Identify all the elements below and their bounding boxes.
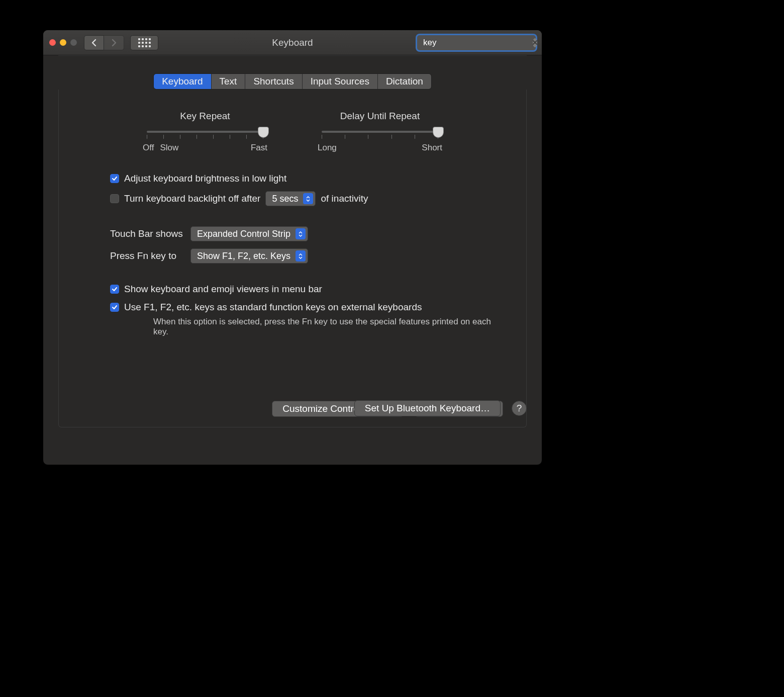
- select-arrows-icon: [303, 193, 313, 204]
- x-icon: [533, 40, 537, 45]
- tab-keyboard[interactable]: Keyboard: [154, 74, 211, 89]
- tab-shortcuts[interactable]: Shortcuts: [245, 74, 302, 89]
- window-bottom-buttons: Set Up Bluetooth Keyboard… ?: [354, 400, 527, 416]
- function-keys-label: Use F1, F2, etc. keys as standard functi…: [124, 302, 422, 313]
- backlight-off-label-post: of inactivity: [321, 193, 368, 204]
- zoom-window-button[interactable]: [70, 39, 77, 46]
- slider-ticks: [322, 135, 438, 139]
- backlight-off-checkbox[interactable]: [110, 194, 119, 203]
- nav-group: [84, 35, 124, 50]
- select-value: Expanded Control Strip: [197, 229, 290, 239]
- fn-key-row: Press Fn key to Show F1, F2, etc. Keys: [110, 248, 503, 264]
- search-input[interactable]: [423, 38, 530, 48]
- tab-segment: Keyboard Text Shortcuts Input Sources Di…: [153, 73, 432, 90]
- emoji-viewer-label: Show keyboard and emoji viewers in menu …: [124, 284, 322, 295]
- panel: Key Repeat Off Slow Fast: [58, 90, 527, 427]
- delay-repeat-block: Delay Until Repeat Long Short: [318, 111, 442, 153]
- sliders-row: Key Repeat Off Slow Fast: [82, 111, 503, 153]
- delay-repeat-slider[interactable]: [322, 131, 438, 133]
- tab-dictation[interactable]: Dictation: [378, 74, 431, 89]
- label-off: Off: [143, 143, 154, 153]
- touch-bar-select[interactable]: Expanded Control Strip: [190, 226, 308, 241]
- show-all-button[interactable]: [130, 35, 158, 50]
- touch-bar-row: Touch Bar shows Expanded Control Strip: [110, 226, 503, 241]
- grid-icon: [138, 38, 151, 47]
- key-repeat-block: Key Repeat Off Slow Fast: [143, 111, 267, 153]
- emoji-viewer-checkbox[interactable]: [110, 285, 119, 294]
- check-icon: [112, 304, 118, 310]
- function-keys-checkbox[interactable]: [110, 303, 119, 312]
- key-repeat-slider[interactable]: [147, 131, 263, 133]
- function-keys-row: Use F1, F2, etc. keys as standard functi…: [110, 302, 503, 313]
- fn-key-label: Press Fn key to: [110, 250, 185, 262]
- close-window-button[interactable]: [49, 39, 56, 46]
- check-icon: [112, 176, 118, 182]
- select-arrows-icon: [296, 250, 306, 262]
- chevron-right-icon: [111, 39, 117, 47]
- slider-ticks: [147, 135, 263, 139]
- options: Adjust keyboard brightness in low light …: [110, 173, 503, 337]
- titlebar: Keyboard: [43, 30, 542, 55]
- delay-repeat-title: Delay Until Repeat: [318, 111, 442, 122]
- key-repeat-title: Key Repeat: [143, 111, 267, 122]
- backlight-off-select[interactable]: 5 secs: [265, 191, 316, 206]
- back-button[interactable]: [84, 35, 104, 50]
- window-controls: [49, 39, 77, 46]
- slider-labels: Off Slow Fast: [143, 143, 267, 153]
- search-field-wrap[interactable]: [417, 35, 536, 50]
- select-arrows-icon: [296, 228, 306, 239]
- adjust-brightness-label: Adjust keyboard brightness in low light: [124, 173, 286, 184]
- minimize-window-button[interactable]: [60, 39, 66, 46]
- adjust-brightness-checkbox[interactable]: [110, 174, 119, 183]
- emoji-viewer-row: Show keyboard and emoji viewers in menu …: [110, 284, 503, 295]
- tab-bar: Keyboard Text Shortcuts Input Sources Di…: [43, 73, 542, 90]
- tab-text[interactable]: Text: [212, 74, 246, 89]
- adjust-brightness-row: Adjust keyboard brightness in low light: [110, 173, 503, 184]
- chevron-left-icon: [91, 39, 97, 47]
- fn-key-select[interactable]: Show F1, F2, etc. Keys: [190, 248, 308, 264]
- forward-button: [104, 35, 124, 50]
- slider-thumb[interactable]: [258, 127, 269, 138]
- select-value: 5 secs: [272, 194, 298, 204]
- backlight-off-label-pre: Turn keyboard backlight off after: [124, 193, 260, 204]
- backlight-off-row: Turn keyboard backlight off after 5 secs…: [110, 191, 503, 206]
- label-short: Short: [422, 143, 442, 153]
- label-fast: Fast: [251, 143, 267, 153]
- clear-search-button[interactable]: [533, 38, 537, 47]
- content: Keyboard Text Shortcuts Input Sources Di…: [43, 55, 542, 427]
- tab-input-sources[interactable]: Input Sources: [303, 74, 378, 89]
- touch-bar-label: Touch Bar shows: [110, 228, 185, 239]
- bluetooth-keyboard-button[interactable]: Set Up Bluetooth Keyboard…: [354, 400, 501, 416]
- select-value: Show F1, F2, etc. Keys: [197, 251, 290, 262]
- preferences-window: Keyboard Keyboard Text Shortcuts Input S…: [43, 30, 542, 465]
- slider-thumb[interactable]: [433, 127, 444, 138]
- label-slow: Slow: [160, 143, 178, 153]
- help-button[interactable]: ?: [512, 401, 527, 416]
- function-keys-hint: When this option is selected, press the …: [153, 317, 503, 337]
- label-long: Long: [318, 143, 337, 153]
- slider-labels: Long Short: [318, 143, 442, 153]
- check-icon: [112, 286, 118, 292]
